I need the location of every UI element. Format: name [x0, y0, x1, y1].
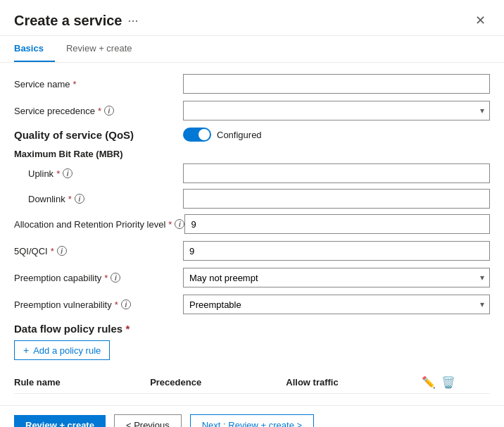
qos-label: Quality of service (QoS)	[14, 129, 183, 141]
downlink-row: Downlink* i	[14, 189, 490, 209]
qos-row: Quality of service (QoS) Configured	[14, 128, 490, 142]
service-name-row: Service name*	[14, 74, 490, 94]
allocation-input[interactable]: 9	[184, 214, 490, 234]
next-button[interactable]: Next : Review + create >	[190, 414, 314, 427]
form-content: Service name* Service precedence* i ▾ Qu…	[0, 63, 504, 405]
delete-icon[interactable]: 🗑️	[441, 376, 455, 389]
preemption-vuln-select-wrapper: Preemptable Not preemptable ▾	[183, 295, 490, 314]
dialog-header: Create a service ··· ✕	[0, 0, 504, 36]
add-rule-label: Add a policy rule	[33, 345, 101, 356]
title-row: Create a service ···	[14, 13, 138, 29]
edit-icon[interactable]: ✏️	[422, 376, 436, 389]
data-flow-section-title: Data flow policy rules *	[14, 323, 490, 335]
service-precedence-select[interactable]	[183, 101, 490, 120]
downlink-input[interactable]	[183, 189, 490, 209]
col-allow-traffic: Allow traffic	[286, 377, 422, 388]
fiveqi-info-icon[interactable]: i	[57, 246, 67, 256]
preemption-vuln-label: Preemption vulnerability* i	[14, 299, 183, 310]
table-header: Rule name Precedence Allow traffic ✏️ 🗑️	[14, 371, 490, 394]
review-create-button[interactable]: Review + create	[14, 415, 106, 427]
mbr-label: Maximum Bit Rate (MBR)	[14, 149, 490, 159]
fiveqi-label: 5QI/QCI* i	[14, 246, 183, 256]
uplink-row: Uplink* i	[14, 163, 490, 183]
allocation-label: Allocation and Retention Priority level*…	[14, 219, 184, 230]
col-rule-name: Rule name	[14, 377, 150, 388]
qos-toggle-container: Configured	[183, 128, 262, 142]
service-precedence-select-wrapper: ▾	[183, 101, 490, 120]
dialog-title: Create a service	[14, 13, 122, 29]
allocation-info-icon[interactable]: i	[175, 219, 184, 229]
uplink-input[interactable]	[183, 163, 490, 183]
downlink-label: Downlink* i	[28, 194, 183, 204]
service-precedence-label: Service precedence* i	[14, 106, 183, 116]
previous-button[interactable]: < Previous	[114, 414, 182, 427]
allocation-row: Allocation and Retention Priority level*…	[14, 214, 490, 234]
fiveqi-row: 5QI/QCI* i 9	[14, 241, 490, 261]
preemption-cap-select[interactable]: May not preempt May preempt	[183, 268, 490, 287]
preemption-cap-label: Preemption capability* i	[14, 273, 183, 283]
col-precedence: Precedence	[150, 377, 286, 388]
col-actions: ✏️ 🗑️	[422, 376, 490, 389]
toggle-knob	[199, 129, 210, 140]
preemption-vuln-select[interactable]: Preemptable Not preemptable	[183, 295, 490, 314]
preemption-vuln-info-icon[interactable]: i	[121, 299, 131, 309]
uplink-info-icon[interactable]: i	[63, 168, 73, 178]
service-name-input[interactable]	[183, 74, 490, 94]
plus-icon: +	[23, 345, 29, 356]
qos-toggle[interactable]	[183, 128, 211, 142]
downlink-info-icon[interactable]: i	[75, 194, 84, 204]
preemption-cap-info-icon[interactable]: i	[111, 273, 120, 283]
dialog-footer: Review + create < Previous Next : Review…	[0, 405, 504, 427]
preemption-cap-row: Preemption capability* i May not preempt…	[14, 268, 490, 287]
menu-icon[interactable]: ···	[127, 13, 138, 28]
close-button[interactable]: ✕	[471, 11, 490, 30]
preemption-vuln-row: Preemption vulnerability* i Preemptable …	[14, 295, 490, 314]
uplink-label: Uplink* i	[28, 168, 183, 179]
create-service-dialog: Create a service ··· ✕ Basics Review + c…	[0, 0, 504, 427]
preemption-cap-select-wrapper: May not preempt May preempt ▾	[183, 268, 490, 287]
service-name-label: Service name*	[14, 79, 183, 89]
tab-basics[interactable]: Basics	[14, 36, 55, 62]
fiveqi-input[interactable]: 9	[183, 241, 490, 261]
service-precedence-info-icon[interactable]: i	[104, 106, 114, 116]
service-precedence-row: Service precedence* i ▾	[14, 101, 490, 120]
add-policy-rule-button[interactable]: + Add a policy rule	[14, 340, 110, 360]
tab-review-create[interactable]: Review + create	[66, 36, 144, 62]
qos-toggle-text: Configured	[217, 130, 262, 140]
tab-bar: Basics Review + create	[0, 36, 504, 63]
